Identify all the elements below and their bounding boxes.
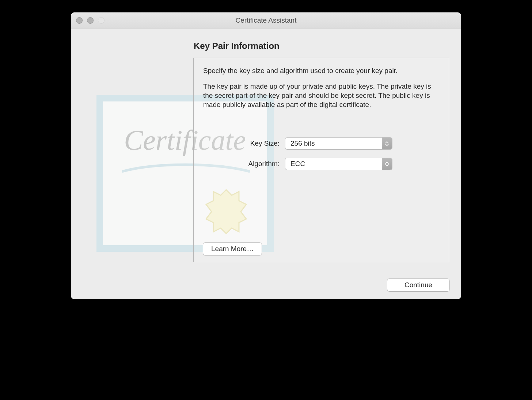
panel: Specify the key size and algorithm used …	[193, 58, 449, 262]
chevron-updown-icon	[382, 158, 392, 170]
continue-label: Continue	[404, 281, 432, 289]
algorithm-row: Algorithm: ECC	[203, 158, 439, 170]
key-size-select[interactable]: 256 bits	[285, 138, 392, 149]
key-size-value: 256 bits	[290, 139, 315, 147]
key-size-label: Key Size:	[203, 139, 285, 147]
description-text: The key pair is made up of your private …	[203, 82, 439, 109]
algorithm-label: Algorithm:	[203, 160, 285, 168]
footer: Continue	[387, 279, 449, 291]
window: Certificate Assistant Key Pair Informati…	[71, 12, 461, 299]
intro-text: Specify the key size and algorithm used …	[203, 66, 439, 75]
titlebar: Certificate Assistant	[71, 12, 461, 28]
window-title: Certificate Assistant	[71, 16, 461, 24]
form: Key Size: 256 bits Algorithm: ECC	[203, 138, 439, 170]
page-title: Key Pair Information	[194, 41, 280, 51]
maximize-button	[98, 17, 104, 24]
key-size-row: Key Size: 256 bits	[203, 138, 439, 149]
close-button[interactable]	[76, 17, 83, 24]
traffic-lights	[76, 17, 104, 24]
learn-more-button[interactable]: Learn More…	[203, 243, 262, 255]
algorithm-select[interactable]: ECC	[285, 158, 392, 170]
minimize-button[interactable]	[87, 17, 94, 24]
learn-more-label: Learn More…	[211, 245, 254, 253]
algorithm-value: ECC	[290, 160, 305, 168]
content: Key Pair Information Certificate Specify…	[71, 28, 461, 299]
continue-button[interactable]: Continue	[387, 279, 449, 291]
chevron-updown-icon	[382, 138, 392, 149]
